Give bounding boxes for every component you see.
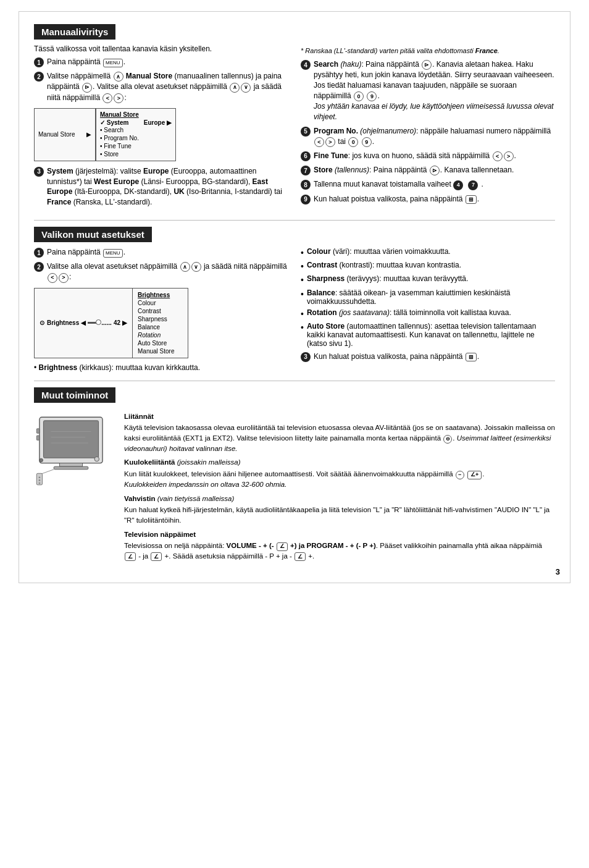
- step-text-9: Kun haluat poistua valikosta, paina näpp…: [314, 194, 555, 204]
- right-arrow-btn: ▶: [122, 319, 127, 326]
- liitannät-heading: Liitännät: [124, 413, 154, 420]
- v-dn: ∨: [191, 262, 201, 272]
- bullet-text-autostore: Auto Store (automaattinen tallennus): as…: [307, 322, 555, 348]
- page: Manuaaliviritys Tässä valikossa voit tal…: [19, 11, 570, 583]
- step-num-5: 5: [301, 127, 311, 137]
- valikon-step-3: 3 Kun haluat poistua valikosta, paina nä…: [301, 352, 555, 362]
- v-step-num-1: 1: [34, 248, 44, 258]
- section-manuaaliviritys: Manuaaliviritys Tässä valikossa voit tal…: [34, 24, 555, 211]
- manuaali-left: Tässä valikossa voit tallentaa kanavia k…: [34, 44, 288, 211]
- brightness-value: 42: [114, 319, 120, 326]
- step-text-7: Store (tallennus): Paina näppäintä ⊳. Ka…: [314, 165, 555, 175]
- step-num-8: 8: [301, 180, 311, 190]
- bullet-balance: • Balance: säätää oikean- ja vasemman ka…: [301, 289, 555, 306]
- svg-point-14: [39, 479, 41, 481]
- menu-colour: Colour: [138, 299, 183, 307]
- menu-search: • Search: [100, 126, 172, 134]
- menu-balance: Balance: [138, 323, 183, 331]
- svg-point-6: [40, 458, 43, 462]
- bullet-contrast: • Contrast (kontrasti): muuttaa kuvan ko…: [301, 261, 555, 272]
- bullet-text-balance: Balance: säätää oikean- ja vasemman kaiu…: [307, 289, 555, 306]
- down-key2: ∨: [241, 83, 251, 93]
- menu-contrast: Contrast: [138, 307, 183, 315]
- svg-rect-5: [36, 436, 40, 440]
- divider-1: [34, 220, 555, 221]
- valikon-step-1: 1 Paina näppäintä MENU.: [34, 247, 288, 258]
- kuulo-heading: Kuulokeliitäntä: [124, 458, 175, 466]
- bullet-sharpness: • Sharpness (terävyys): muuttaa kuvan te…: [301, 274, 555, 285]
- v-step-text-2: Valitse alla olevat asetukset näppäimill…: [47, 261, 288, 283]
- step-8-manuaali: 8 Tallenna muut kanavat toistamalla vaih…: [301, 179, 555, 190]
- kuulo-text2: Kuulokkeiden impedanssin on oltava 32-60…: [124, 479, 555, 490]
- svg-rect-4: [36, 429, 40, 433]
- v-step-num-2: 2: [34, 262, 44, 272]
- step-num-6: 6: [301, 151, 311, 161]
- brightness-menu: Brightness Colour Contrast Sharpness Bal…: [133, 288, 188, 358]
- menu-program-no: • Program No.: [100, 134, 172, 142]
- left-key2: <: [102, 93, 112, 103]
- rk5: >: [325, 137, 335, 147]
- menu-fine-tune: • Fine Tune: [100, 142, 172, 150]
- brightness-slider-panel: ⊙ Brightness ◀ ...... 42 ▶: [34, 288, 133, 358]
- v-lft: <: [48, 273, 57, 283]
- bullet-dot: •: [301, 274, 304, 285]
- manual-store-diagram: Manual Store ▶ Manual Store ✓ System Eur…: [34, 108, 288, 161]
- key-9: 9: [367, 91, 377, 101]
- exit-key: ⊞: [466, 195, 477, 204]
- section-valikon: Valikon muut asetukset 1 Paina näppäintä…: [34, 227, 555, 372]
- ref-7: 7: [468, 180, 478, 190]
- v-up: ∧: [180, 262, 190, 272]
- svg-point-15: [39, 482, 41, 484]
- tv-illustration: [34, 411, 108, 492]
- step-4-manuaali: 4 Search (haku): Paina näppäintä ⊳. Kana…: [301, 59, 555, 122]
- section-title-manuaaliviritys: Manuaaliviritys: [34, 24, 115, 40]
- valikon-step-2: 2 Valitse alla olevat asetukset näppäimi…: [34, 261, 288, 283]
- manuaali-right: * Ranskaa (LL'-standardi) varten pitää v…: [301, 44, 555, 211]
- step-text-2: Valitse näppäimellä ∧ Manual Store (manu…: [47, 71, 288, 103]
- bullet-dot: •: [301, 247, 304, 258]
- ref-4: 4: [453, 180, 463, 190]
- brightness-note: • Brightness (kirkkaus): muuttaa kuvan k…: [34, 363, 288, 372]
- valikon-left: 1 Paina näppäintä MENU. 2 Valitse alla o…: [34, 247, 288, 372]
- step-num-3: 3: [34, 167, 44, 177]
- svg-point-7: [94, 457, 99, 461]
- up-key2: ∧: [230, 83, 240, 93]
- lk5: <: [314, 137, 324, 147]
- section-muut: Muut toiminnot: [34, 387, 555, 562]
- menu-system-row: ✓ System Europe ▶: [100, 119, 172, 126]
- v-step-num-3: 3: [301, 352, 311, 362]
- right-key2: >: [114, 93, 123, 103]
- step-3-manuaali: 3 System (järjestelmä): valitse Europe (…: [34, 166, 288, 208]
- menu-box-left: Manual Store ▶: [34, 108, 96, 161]
- bullet-autostore: • Auto Store (automaattinen tallennus): …: [301, 322, 555, 348]
- svg-rect-3: [54, 466, 88, 470]
- v-step-text-1: Paina näppäintä MENU.: [47, 247, 288, 258]
- menu-rotation: Rotation: [138, 331, 183, 339]
- bullet-rotation: • Rotation (jos saatavana): tällä toimin…: [301, 308, 555, 319]
- bullet-dot: •: [301, 322, 304, 333]
- page-number: 3: [556, 567, 560, 576]
- step-text-5: Program No. (ohjelmanumero): näppäile ha…: [314, 126, 555, 147]
- step-text-8: Tallenna muut kanavat toistamalla vaihee…: [314, 179, 555, 190]
- step-6-manuaali: 6 Fine Tune: jos kuva on huono, säädä si…: [301, 151, 555, 161]
- menu-left-label: Manual Store: [38, 131, 75, 138]
- step-text-1: Paina näppäintä MENU.: [47, 57, 288, 67]
- vahvistin-text: Kun haluat kytkeä hifi-järjestelmän, käy…: [124, 505, 555, 525]
- manuaali-intro: Tässä valikossa voit tallentaa kanavia k…: [34, 44, 288, 53]
- menu-arrow: ▶: [86, 131, 91, 138]
- vol-icon: ∠: [277, 542, 288, 551]
- tv-napit-section: Television näppäimet Televisiossa on nel…: [124, 529, 555, 562]
- vol-adj-icon: ∠: [294, 552, 306, 561]
- liitannät-section: Liitännät Käytä television takaosassa ol…: [124, 411, 555, 454]
- step-2-manuaali: 2 Valitse näppäimellä ∧ Manual Store (ma…: [34, 71, 288, 103]
- liitannät-text: Käytä television takaosassa olevaa eurol…: [124, 423, 555, 453]
- rk7: ⊳: [430, 166, 440, 175]
- step-7-manuaali: 7 Store (tallennus): Paina näppäintä ⊳. …: [301, 165, 555, 175]
- r-key-4: ⊳: [422, 60, 432, 70]
- bullet-dot: •: [301, 261, 304, 272]
- step-text-3: System (järjestelmä): valitse Europe (Eu…: [47, 166, 288, 208]
- menu-auto-store: Auto Store: [138, 339, 183, 347]
- step-num-9: 9: [301, 195, 311, 204]
- rk6: >: [504, 151, 514, 161]
- star-note: * Ranskaa (LL'-standardi) varten pitää v…: [301, 47, 555, 54]
